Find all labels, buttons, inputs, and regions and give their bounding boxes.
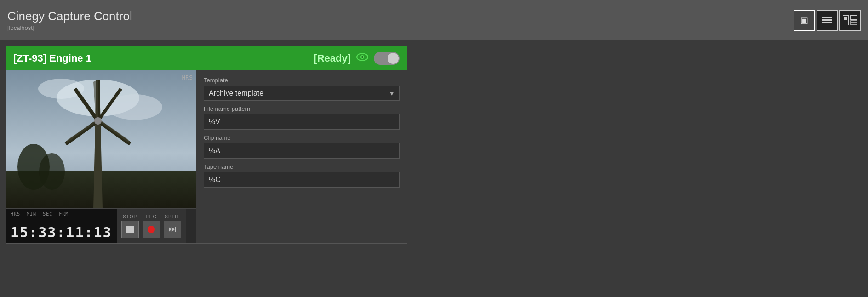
app-subtitle: [localhost] <box>7 24 132 31</box>
svg-point-14 <box>38 79 84 99</box>
view-buttons: ▣ <box>794 10 861 31</box>
svg-rect-5 <box>851 15 857 19</box>
clipname-label: Clip name <box>204 134 400 141</box>
split-icon: ⏭ <box>168 224 177 234</box>
video-overlay-text: HRS <box>182 74 193 81</box>
template-group: Template Archive template Default templa… <box>204 77 400 101</box>
split-button[interactable]: ⏭ <box>164 221 181 238</box>
timecode-block: HRS MIN SEC FRM 15:33:11:13 <box>6 209 117 243</box>
timecode-labels: HRS MIN SEC FRM <box>11 211 112 217</box>
app-header: Cinegy Capture Control [localhost] ▣ <box>0 0 868 40</box>
svg-rect-1 <box>822 19 832 21</box>
svg-rect-7 <box>851 23 857 25</box>
tapename-group: Tape name: <box>204 163 400 188</box>
engine-form: Template Archive template Default templa… <box>196 70 407 243</box>
video-preview: HRS <box>6 70 196 208</box>
engine-name: [ZT-93] Engine 1 <box>13 52 91 64</box>
tapename-input[interactable] <box>204 172 400 188</box>
rec-label: REC <box>146 214 157 219</box>
eye-icon <box>356 52 368 64</box>
engine-header: [ZT-93] Engine 1 [Ready] <box>6 46 407 70</box>
filename-input[interactable] <box>204 114 400 130</box>
toggle-knob <box>388 53 399 64</box>
title-block: Cinegy Capture Control [localhost] <box>7 9 132 31</box>
engine-status-group: [Ready] <box>314 52 400 65</box>
clipname-input[interactable] <box>204 143 400 159</box>
frm-label: FRM <box>59 211 69 217</box>
clipname-group: Clip name <box>204 134 400 159</box>
hrs-label: HRS <box>11 211 20 217</box>
engine-status: [Ready] <box>314 52 351 64</box>
svg-rect-2 <box>822 22 832 23</box>
rec-icon <box>148 226 155 233</box>
rec-group: REC <box>143 214 160 238</box>
tapename-label: Tape name: <box>204 163 400 170</box>
split-label: SPLIT <box>165 214 180 219</box>
split-group: SPLIT ⏭ <box>164 214 181 238</box>
split-view-button[interactable] <box>839 10 861 31</box>
svg-rect-0 <box>822 17 832 18</box>
app-title: Cinegy Capture Control <box>7 9 132 23</box>
filename-group: File name pattern: <box>204 105 400 130</box>
single-view-button[interactable]: ▣ <box>794 10 815 31</box>
svg-point-27 <box>94 117 102 125</box>
template-select-wrapper: Archive template Default template ▼ <box>204 86 400 101</box>
template-label: Template <box>204 77 400 84</box>
sec-label: SEC <box>43 211 52 217</box>
stop-button[interactable] <box>121 221 139 238</box>
stop-icon <box>126 226 134 233</box>
stop-label: STOP <box>123 214 137 219</box>
rec-button[interactable] <box>143 221 160 238</box>
list-view-button[interactable] <box>817 10 838 31</box>
svg-point-10 <box>361 56 363 58</box>
filename-label: File name pattern: <box>204 105 400 112</box>
svg-rect-6 <box>851 21 857 23</box>
main-area: [ZT-93] Engine 1 [Ready] <box>0 40 868 249</box>
left-panel: HRS HRS MIN SEC FRM 15:33:11:13 <box>6 70 196 243</box>
stop-group: STOP <box>121 214 139 238</box>
svg-rect-4 <box>844 17 847 20</box>
min-label: MIN <box>27 211 36 217</box>
transport-controls: STOP REC SPLIT <box>117 209 186 243</box>
template-select[interactable]: Archive template Default template <box>204 86 400 101</box>
engine-toggle[interactable] <box>374 52 400 65</box>
timecode-value: 15:33:11:13 <box>11 224 112 240</box>
svg-point-17 <box>39 153 65 190</box>
timecode-area: HRS MIN SEC FRM 15:33:11:13 STOP <box>6 208 196 243</box>
engine-body: HRS HRS MIN SEC FRM 15:33:11:13 <box>6 70 407 243</box>
engine-panel: [ZT-93] Engine 1 [Ready] <box>6 46 407 244</box>
